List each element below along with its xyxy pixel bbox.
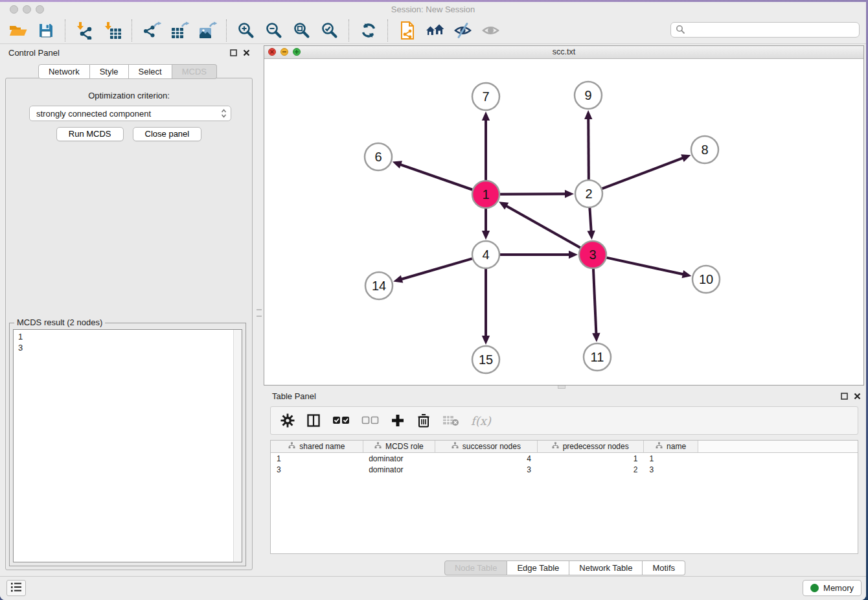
graph-edge-1-4[interactable] <box>482 209 490 240</box>
close-panel-icon[interactable] <box>854 392 861 402</box>
tab-style[interactable]: Style <box>90 64 129 79</box>
export-table-icon[interactable] <box>168 19 190 42</box>
tab-network[interactable]: Network <box>38 64 90 79</box>
tab-mcds[interactable]: MCDS <box>172 64 217 79</box>
tab-motifs[interactable]: Motifs <box>643 560 685 575</box>
tab-network-table[interactable]: Network Table <box>569 560 643 575</box>
column-tree-icon <box>288 442 295 451</box>
float-panel-icon[interactable] <box>841 392 848 402</box>
vertical-splitter-handle[interactable] <box>257 309 262 317</box>
graph-edge-1-7[interactable] <box>482 111 490 180</box>
graph-edge-4-3[interactable] <box>500 251 578 259</box>
network-graph[interactable]: 7968124314101511 <box>264 58 863 385</box>
graph-node-8[interactable]: 8 <box>691 136 718 163</box>
deselect-all-icon[interactable] <box>361 415 379 426</box>
close-panel-button[interactable]: Close panel <box>133 127 202 141</box>
graph-node-label: 4 <box>482 248 489 262</box>
graph-node-14[interactable]: 14 <box>365 272 393 299</box>
graph-edge-3-10[interactable] <box>606 258 691 279</box>
graph-edge-3-11[interactable] <box>592 269 600 342</box>
graph-edge-3-1[interactable] <box>499 202 580 248</box>
zoom-selected-icon[interactable] <box>318 19 341 42</box>
table-cell[interactable]: 2 <box>537 464 643 475</box>
table-row[interactable]: 3dominator323 <box>271 464 858 475</box>
table-row[interactable]: 1dominator411 <box>271 453 858 465</box>
graph-edge-1-2[interactable] <box>500 190 574 198</box>
graph-node-4[interactable]: 4 <box>472 241 499 268</box>
first-neighbors-icon[interactable] <box>424 19 446 42</box>
import-table-icon[interactable] <box>101 19 124 42</box>
table-cell[interactable]: 1 <box>537 453 643 465</box>
memory-status-icon <box>810 584 819 592</box>
column-header-shared-name[interactable]: shared name <box>271 441 363 453</box>
table-cell[interactable]: 4 <box>435 453 537 465</box>
table-cell[interactable]: 3 <box>271 464 363 475</box>
open-session-icon[interactable] <box>6 19 29 42</box>
toolbar-separator <box>348 19 349 41</box>
graph-edge-2-8[interactable] <box>602 154 691 189</box>
float-panel-icon[interactable] <box>230 49 237 58</box>
toolbar-separator <box>131 19 132 41</box>
column-header-label: successor nodes <box>463 442 521 451</box>
zoom-fit-icon[interactable] <box>290 19 313 42</box>
column-chooser-icon[interactable] <box>306 413 321 428</box>
add-column-icon[interactable] <box>391 413 405 428</box>
column-tree-icon <box>374 442 382 451</box>
graph-node-1[interactable]: 1 <box>472 181 499 208</box>
graph-node-2[interactable]: 2 <box>575 180 602 207</box>
table-cell[interactable]: 1 <box>643 453 698 465</box>
refresh-icon[interactable] <box>357 19 380 42</box>
close-panel-icon[interactable] <box>243 49 250 58</box>
table-cell[interactable]: 3 <box>643 464 698 475</box>
table-cell-filler <box>698 464 858 475</box>
import-network-icon[interactable] <box>73 19 96 42</box>
toolbar-separator <box>65 19 65 41</box>
column-header-label: predecessor nodes <box>563 442 629 451</box>
delete-column-icon[interactable] <box>417 413 431 428</box>
select-all-icon[interactable] <box>332 415 350 426</box>
graph-node-6[interactable]: 6 <box>365 143 392 170</box>
hide-selected-icon[interactable] <box>451 19 474 42</box>
graph-node-15[interactable]: 15 <box>472 346 499 373</box>
table-cell[interactable]: dominator <box>363 453 435 465</box>
graph-edge-2-3[interactable] <box>587 208 595 240</box>
export-network-icon[interactable] <box>140 19 163 42</box>
zoom-in-icon[interactable] <box>234 19 257 42</box>
zoom-out-icon[interactable] <box>262 19 285 42</box>
table-cell-filler <box>698 453 858 465</box>
table-cell[interactable]: 1 <box>271 453 363 465</box>
settings-gear-icon[interactable] <box>280 413 295 428</box>
column-header-successor-nodes[interactable]: successor nodes <box>435 441 537 453</box>
column-header-mcds-role[interactable]: MCDS role <box>363 441 435 453</box>
export-image-icon[interactable] <box>196 19 218 42</box>
save-session-icon[interactable] <box>34 19 57 42</box>
task-history-button[interactable] <box>6 580 26 596</box>
column-header-name[interactable]: name <box>643 441 698 453</box>
graph-edge-2-9[interactable] <box>584 110 592 179</box>
network-canvas[interactable]: 7968124314101511 <box>264 58 863 385</box>
run-mcds-button[interactable]: Run MCDS <box>56 127 124 141</box>
graph-node-label: 3 <box>589 248 596 262</box>
table-cell[interactable]: dominator <box>363 464 435 475</box>
graph-edge-1-6[interactable] <box>393 161 473 189</box>
tab-edge-table[interactable]: Edge Table <box>507 560 569 575</box>
table-cell[interactable]: 3 <box>435 464 537 475</box>
graph-node-3[interactable]: 3 <box>579 241 606 268</box>
graph-node-11[interactable]: 11 <box>584 343 611 371</box>
graph-node-10[interactable]: 10 <box>692 266 720 293</box>
graph-edge-4-14[interactable] <box>393 259 472 283</box>
tab-select[interactable]: Select <box>129 64 172 79</box>
graph-node-9[interactable]: 9 <box>575 82 602 109</box>
optimization-criterion-select[interactable]: strongly connected component <box>29 106 231 121</box>
memory-button[interactable]: Memory <box>803 580 862 596</box>
delete-table-icon <box>442 414 459 427</box>
new-network-from-selection-icon[interactable] <box>396 19 418 42</box>
graph-edge-4-15[interactable] <box>482 269 490 345</box>
graph-node-label: 1 <box>482 187 489 202</box>
column-header-predecessor-nodes[interactable]: predecessor nodes <box>537 441 643 453</box>
graph-node-7[interactable]: 7 <box>472 83 499 110</box>
tab-node-table[interactable]: Node Table <box>444 560 508 575</box>
mcds-result-text: 13 <box>14 331 233 562</box>
result-scrollbar[interactable] <box>233 330 242 562</box>
search-input[interactable] <box>687 25 859 36</box>
